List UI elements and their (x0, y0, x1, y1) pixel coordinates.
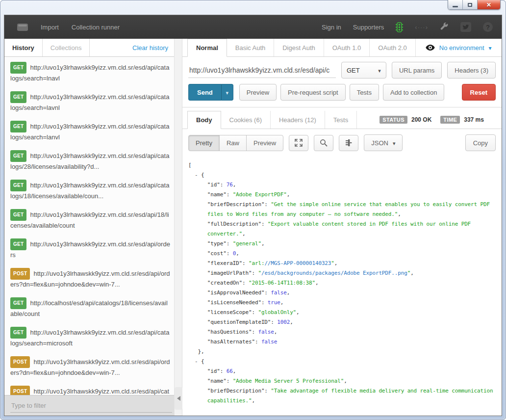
code-token: { (201, 172, 204, 178)
tab-collections[interactable]: Collections (43, 39, 90, 56)
method-badge: GET (10, 209, 26, 221)
code-token: , (242, 231, 245, 237)
tab-normal[interactable]: Normal (187, 39, 227, 57)
sidebar-collapse-handle[interactable] (175, 387, 182, 410)
tab-body[interactable]: Body (187, 111, 221, 129)
code-token (188, 260, 207, 266)
history-url: http://uvo1y3lrhawskk9yizz.vm.cld.sr/esd… (10, 93, 169, 111)
fold-marker[interactable]: - (195, 358, 201, 365)
code-line: "briefDescription": "Take advantage of f… (188, 386, 502, 396)
collapse-arrow-icon (177, 396, 180, 401)
code-token (188, 339, 207, 345)
history-item[interactable]: GEThttp://uvo1y3lrhawskk9yizz.vm.cld.sr/… (4, 235, 174, 264)
code-token (188, 299, 207, 306)
search-button[interactable] (314, 135, 333, 151)
filter-input[interactable] (10, 399, 172, 413)
history-item[interactable]: GEThttp://localhost/esd/api/catalogs/18/… (4, 293, 174, 323)
prerequest-script-button[interactable]: Pre-request script (280, 84, 346, 101)
import-button[interactable]: Import (41, 24, 59, 31)
environment-label[interactable]: No environment (439, 44, 484, 52)
tab-basic-auth[interactable]: Basic Auth (227, 39, 274, 56)
sign-in-button[interactable]: Sign in (322, 24, 341, 31)
history-url: http://uvo1y3lrhawskk9yizz.vm.cld.sr/esd… (10, 64, 169, 82)
raw-button[interactable]: Raw (219, 135, 247, 151)
code-token: "Get the simple online service that enab… (271, 201, 490, 208)
code-line: - { (188, 357, 502, 367)
window-titlebar[interactable] (0, 0, 506, 15)
traffic-light-icon[interactable] (396, 22, 403, 32)
code-token: : (227, 191, 233, 198)
copy-button[interactable]: Copy (465, 134, 496, 151)
chevron-down-icon (489, 43, 492, 52)
code-line: "imageUrlPath": "/esd/backgrounds/packag… (188, 268, 502, 278)
sidebar-divider[interactable] (174, 39, 182, 416)
environment-selector[interactable]: No environment (426, 39, 492, 56)
twitter-icon[interactable] (460, 22, 471, 32)
code-token: : (261, 221, 268, 227)
close-button[interactable] (478, 0, 500, 9)
restore-button[interactable] (463, 0, 478, 9)
history-item[interactable]: POSThttp://uvo1y3lrhawskk9yizz.vm.cld.sr… (4, 352, 174, 382)
tab-cookies[interactable]: Cookies (6) (221, 111, 271, 129)
code-token (188, 397, 207, 404)
reset-button[interactable]: Reset (462, 84, 496, 101)
clear-history-link[interactable]: Clear history (132, 39, 174, 56)
code-token: : (264, 201, 271, 208)
language-select[interactable]: JSON (364, 134, 403, 151)
expand-button[interactable] (289, 135, 308, 151)
pretty-button[interactable]: Pretty (188, 135, 220, 151)
code-line: "briefDescription": "Get the simple onli… (188, 200, 502, 210)
preview-mode-button[interactable]: Preview (246, 135, 283, 151)
tab-history[interactable]: History (4, 39, 43, 56)
history-url: http://uvo1y3lrhawskk9yizz.vm.cld.sr/esd… (10, 123, 169, 141)
history-item[interactable]: GEThttp://uvo1y3lrhawskk9yizz.vm.cld.sr/… (4, 87, 174, 117)
history-item[interactable]: GEThttp://uvo1y3lrhawskk9yizz.vm.cld.sr/… (4, 117, 174, 146)
tab-oauth-2[interactable]: OAuth 2.0 (370, 39, 416, 56)
code-line: - { (188, 170, 502, 180)
format-button[interactable] (339, 135, 358, 151)
code-token (188, 280, 207, 286)
history-item[interactable]: GEThttp://uvo1y3lrhawskk9yizz.vm.cld.sr/… (4, 176, 174, 205)
tests-button[interactable]: Tests (350, 84, 379, 101)
method-badge: POST (10, 268, 30, 280)
chevron-down-icon (226, 88, 229, 97)
code-token: : (242, 260, 249, 266)
history-item[interactable]: GEThttp://uvo1y3lrhawskk9yizz.vm.cld.sr/… (4, 323, 174, 352)
action-row: Send Preview Pre-request script Tests Ad… (182, 80, 502, 107)
supporters-button[interactable]: Supporters (353, 24, 384, 31)
time-badge: TIME (440, 116, 460, 124)
method-select[interactable]: GET (341, 62, 386, 79)
postman-app: Import Collection runner Sign in Support… (4, 15, 502, 416)
code-icon[interactable] (415, 24, 428, 31)
tab-oauth-1[interactable]: OAuth 1.0 (324, 39, 370, 56)
send-button[interactable]: Send (188, 84, 221, 101)
history-item[interactable]: POSThttp://uvo1y3lrhawskk9yizz.vm.cld.sr… (4, 382, 174, 395)
drawer-icon[interactable] (17, 24, 28, 31)
code-line: files to Word files from any computer — … (188, 210, 502, 219)
code-token: "briefDescription" (207, 201, 265, 208)
fold-marker[interactable]: - (195, 172, 201, 178)
history-item[interactable]: POSThttp://uvo1y3lrhawskk9yizz.vm.cld.sr… (4, 264, 174, 293)
history-item[interactable]: GEThttp://uvo1y3lrhawskk9yizz.vm.cld.sr/… (4, 146, 174, 176)
help-icon[interactable] (483, 22, 493, 32)
history-item[interactable]: GEThttp://uvo1y3lrhawskk9yizz.vm.cld.sr/… (4, 58, 174, 87)
url-input[interactable] (188, 62, 336, 78)
code-line: "name": "Adobe ExportPDF", (188, 190, 502, 200)
preview-button[interactable]: Preview (239, 84, 277, 101)
response-body[interactable]: [ - { "id": 76, "name": "Adobe ExportPDF… (182, 157, 502, 416)
code-token: , (290, 319, 293, 325)
add-to-collection-button[interactable]: Add to collection (383, 84, 444, 101)
send-options-button[interactable] (221, 84, 233, 101)
tab-res-headers[interactable]: Headers (12) (271, 111, 325, 129)
collection-runner-button[interactable]: Collection runner (72, 24, 120, 31)
code-line: converter.", (188, 229, 502, 239)
wrench-icon[interactable] (440, 23, 449, 31)
code-token (188, 358, 195, 365)
headers-button[interactable]: Headers (3) (447, 62, 496, 79)
code-token (188, 201, 207, 208)
minimize-button[interactable] (448, 0, 463, 9)
tab-digest-auth[interactable]: Digest Auth (274, 39, 324, 56)
url-params-button[interactable]: URL params (392, 62, 442, 79)
tab-res-tests[interactable]: Tests (325, 111, 357, 129)
history-item[interactable]: GEThttp://uvo1y3lrhawskk9yizz.vm.cld.sr/… (4, 205, 174, 235)
